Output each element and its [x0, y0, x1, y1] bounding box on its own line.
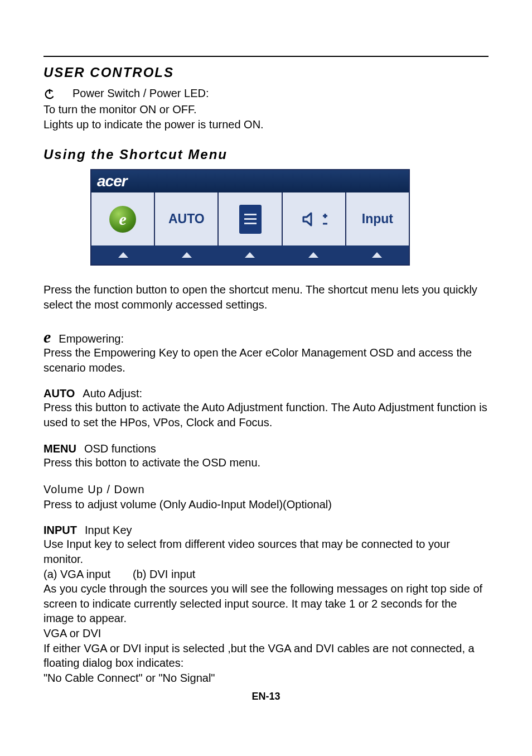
empowering-heading-row: e Empowering:	[43, 329, 489, 345]
input-options: (a) VGA input (b) DVI input	[43, 567, 489, 582]
empowering-body: Press the Empowering Key to open the Ace…	[43, 345, 489, 375]
volume-icon	[300, 209, 328, 229]
acer-logo: acer	[97, 172, 127, 190]
osd-menu-button[interactable]	[219, 192, 282, 245]
auto-title: Auto Adjust:	[83, 387, 142, 400]
osd-input-button[interactable]: Input	[346, 192, 409, 245]
page-number: EN-13	[43, 691, 489, 702]
auto-label: AUTO	[43, 387, 75, 400]
svg-marker-8	[308, 252, 318, 258]
volume-body: Press to adjust volume (Only Audio-Input…	[43, 497, 489, 512]
power-title: Power Switch / Power LED:	[72, 86, 209, 101]
arrow-up-icon	[282, 245, 345, 264]
power-line2: Lights up to indicate the power is turne…	[43, 117, 489, 132]
svg-marker-7	[245, 252, 255, 258]
heading-user-controls: USER CONTROLS	[43, 65, 489, 80]
osd-volume-button[interactable]	[283, 192, 346, 245]
menu-heading-row: MENU OSD functions	[43, 442, 489, 455]
input-line5: "No Cable Connect" or "No Signal"	[43, 671, 489, 686]
svg-marker-6	[182, 252, 192, 258]
power-icon	[43, 88, 56, 100]
menu-icon	[239, 205, 262, 234]
osd-header: acer	[91, 170, 409, 192]
divider	[43, 56, 489, 57]
input-line4: If either VGA or DVI input is selected ,…	[43, 641, 489, 671]
menu-body: Press this botton to activate the OSD me…	[43, 455, 489, 470]
input-option-b: (b) DVI input	[133, 567, 195, 582]
empowering-title: Empowering:	[59, 333, 124, 345]
svg-marker-9	[372, 252, 382, 258]
osd-button-row: e AUTO Inp	[91, 192, 409, 245]
arrow-up-icon	[155, 245, 219, 264]
menu-label: MENU	[43, 442, 76, 455]
input-option-a: (a) VGA input	[43, 567, 110, 582]
osd-arrow-row	[91, 245, 409, 264]
auto-heading-row: AUTO Auto Adjust:	[43, 387, 489, 400]
empowering-e-icon: e	[109, 206, 136, 233]
arrow-up-icon	[219, 245, 282, 264]
input-line2: As you cycle through the sources you wil…	[43, 581, 489, 626]
input-heading-row: INPUT Input Key	[43, 524, 489, 537]
arrow-up-icon	[345, 245, 409, 264]
heading-shortcut-menu: Using the Shortcut Menu	[43, 147, 489, 162]
menu-title: OSD functions	[84, 442, 156, 455]
document-page: USER CONTROLS Power Switch / Power LED: …	[0, 0, 532, 725]
input-line3: VGA or DVI	[43, 626, 489, 641]
power-switch-row: Power Switch / Power LED:	[43, 86, 489, 101]
volume-title: Volume Up / Down	[43, 482, 489, 497]
shortcut-intro: Press the function button to open the sh…	[43, 282, 489, 312]
osd-shortcut-menu: acer e AUTO	[90, 169, 410, 266]
input-label: INPUT	[43, 524, 77, 537]
svg-marker-5	[118, 252, 128, 258]
power-line1: To turn the monitor ON or OFF.	[43, 102, 489, 117]
input-title: Input Key	[85, 524, 132, 537]
input-line1: Use Input key to select from different v…	[43, 537, 489, 566]
empowering-e-icon: e	[43, 329, 51, 345]
osd-auto-button[interactable]: AUTO	[155, 192, 219, 245]
auto-body: Press this button to activate the Auto A…	[43, 400, 489, 430]
arrow-up-icon	[91, 245, 155, 264]
osd-empowering-button[interactable]: e	[91, 192, 155, 245]
